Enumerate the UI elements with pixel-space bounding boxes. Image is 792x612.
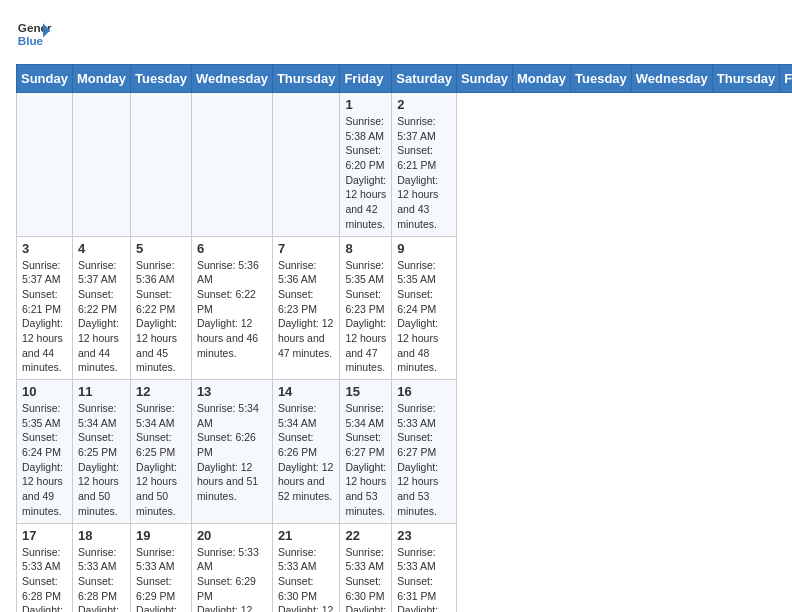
calendar-week-row: 3Sunrise: 5:37 AM Sunset: 6:21 PM Daylig…: [17, 236, 793, 380]
calendar-cell: 2Sunrise: 5:37 AM Sunset: 6:21 PM Daylig…: [392, 93, 457, 237]
day-info: Sunrise: 5:33 AM Sunset: 6:30 PM Dayligh…: [345, 545, 386, 613]
calendar-cell: 9Sunrise: 5:35 AM Sunset: 6:24 PM Daylig…: [392, 236, 457, 380]
day-number: 16: [397, 384, 451, 399]
logo: General Blue: [16, 16, 58, 52]
day-number: 7: [278, 241, 335, 256]
calendar-cell: 5Sunrise: 5:36 AM Sunset: 6:22 PM Daylig…: [131, 236, 192, 380]
day-number: 5: [136, 241, 186, 256]
calendar-cell: 1Sunrise: 5:38 AM Sunset: 6:20 PM Daylig…: [340, 93, 392, 237]
calendar-week-row: 1Sunrise: 5:38 AM Sunset: 6:20 PM Daylig…: [17, 93, 793, 237]
calendar-cell: 21Sunrise: 5:33 AM Sunset: 6:30 PM Dayli…: [272, 523, 340, 612]
calendar-cell: 17Sunrise: 5:33 AM Sunset: 6:28 PM Dayli…: [17, 523, 73, 612]
day-info: Sunrise: 5:36 AM Sunset: 6:23 PM Dayligh…: [278, 258, 335, 361]
day-info: Sunrise: 5:33 AM Sunset: 6:31 PM Dayligh…: [397, 545, 451, 613]
day-number: 18: [78, 528, 125, 543]
day-info: Sunrise: 5:34 AM Sunset: 6:26 PM Dayligh…: [278, 401, 335, 504]
day-number: 17: [22, 528, 67, 543]
day-info: Sunrise: 5:36 AM Sunset: 6:22 PM Dayligh…: [197, 258, 267, 361]
day-info: Sunrise: 5:37 AM Sunset: 6:22 PM Dayligh…: [78, 258, 125, 376]
calendar-cell: [191, 93, 272, 237]
day-number: 12: [136, 384, 186, 399]
calendar-cell: [272, 93, 340, 237]
calendar-header-row: SundayMondayTuesdayWednesdayThursdayFrid…: [17, 65, 793, 93]
day-of-week-header: Saturday: [392, 65, 457, 93]
svg-text:Blue: Blue: [18, 34, 44, 47]
day-number: 1: [345, 97, 386, 112]
day-info: Sunrise: 5:37 AM Sunset: 6:21 PM Dayligh…: [397, 114, 451, 232]
calendar-cell: 12Sunrise: 5:34 AM Sunset: 6:25 PM Dayli…: [131, 380, 192, 524]
day-info: Sunrise: 5:33 AM Sunset: 6:28 PM Dayligh…: [78, 545, 125, 613]
day-info: Sunrise: 5:33 AM Sunset: 6:28 PM Dayligh…: [22, 545, 67, 613]
calendar-cell: 14Sunrise: 5:34 AM Sunset: 6:26 PM Dayli…: [272, 380, 340, 524]
day-of-week-header: Sunday: [17, 65, 73, 93]
calendar-cell: 16Sunrise: 5:33 AM Sunset: 6:27 PM Dayli…: [392, 380, 457, 524]
calendar-cell: 7Sunrise: 5:36 AM Sunset: 6:23 PM Daylig…: [272, 236, 340, 380]
calendar-cell: 13Sunrise: 5:34 AM Sunset: 6:26 PM Dayli…: [191, 380, 272, 524]
weekday-header: Friday: [780, 65, 792, 93]
calendar-cell: [17, 93, 73, 237]
day-info: Sunrise: 5:33 AM Sunset: 6:29 PM Dayligh…: [197, 545, 267, 613]
day-number: 11: [78, 384, 125, 399]
day-number: 8: [345, 241, 386, 256]
weekday-header: Tuesday: [571, 65, 632, 93]
day-info: Sunrise: 5:33 AM Sunset: 6:29 PM Dayligh…: [136, 545, 186, 613]
calendar-cell: 3Sunrise: 5:37 AM Sunset: 6:21 PM Daylig…: [17, 236, 73, 380]
day-of-week-header: Friday: [340, 65, 392, 93]
day-info: Sunrise: 5:34 AM Sunset: 6:26 PM Dayligh…: [197, 401, 267, 504]
day-number: 9: [397, 241, 451, 256]
day-number: 6: [197, 241, 267, 256]
day-info: Sunrise: 5:34 AM Sunset: 6:27 PM Dayligh…: [345, 401, 386, 519]
day-info: Sunrise: 5:36 AM Sunset: 6:22 PM Dayligh…: [136, 258, 186, 376]
day-info: Sunrise: 5:33 AM Sunset: 6:27 PM Dayligh…: [397, 401, 451, 519]
day-number: 19: [136, 528, 186, 543]
page-header: General Blue: [16, 16, 776, 52]
day-info: Sunrise: 5:33 AM Sunset: 6:30 PM Dayligh…: [278, 545, 335, 613]
calendar-week-row: 17Sunrise: 5:33 AM Sunset: 6:28 PM Dayli…: [17, 523, 793, 612]
day-number: 23: [397, 528, 451, 543]
calendar-cell: 11Sunrise: 5:34 AM Sunset: 6:25 PM Dayli…: [72, 380, 130, 524]
day-number: 2: [397, 97, 451, 112]
day-number: 10: [22, 384, 67, 399]
day-info: Sunrise: 5:34 AM Sunset: 6:25 PM Dayligh…: [136, 401, 186, 519]
calendar-cell: 4Sunrise: 5:37 AM Sunset: 6:22 PM Daylig…: [72, 236, 130, 380]
day-of-week-header: Monday: [72, 65, 130, 93]
day-of-week-header: Thursday: [272, 65, 340, 93]
calendar-cell: 22Sunrise: 5:33 AM Sunset: 6:30 PM Dayli…: [340, 523, 392, 612]
weekday-header: Wednesday: [631, 65, 712, 93]
calendar-cell: [131, 93, 192, 237]
logo-icon: General Blue: [16, 16, 52, 52]
calendar-cell: 10Sunrise: 5:35 AM Sunset: 6:24 PM Dayli…: [17, 380, 73, 524]
day-number: 20: [197, 528, 267, 543]
day-number: 14: [278, 384, 335, 399]
day-number: 21: [278, 528, 335, 543]
calendar-cell: [72, 93, 130, 237]
calendar-week-row: 10Sunrise: 5:35 AM Sunset: 6:24 PM Dayli…: [17, 380, 793, 524]
day-info: Sunrise: 5:38 AM Sunset: 6:20 PM Dayligh…: [345, 114, 386, 232]
calendar-cell: 19Sunrise: 5:33 AM Sunset: 6:29 PM Dayli…: [131, 523, 192, 612]
day-number: 3: [22, 241, 67, 256]
calendar-cell: 23Sunrise: 5:33 AM Sunset: 6:31 PM Dayli…: [392, 523, 457, 612]
day-of-week-header: Wednesday: [191, 65, 272, 93]
day-number: 13: [197, 384, 267, 399]
calendar-table: SundayMondayTuesdayWednesdayThursdayFrid…: [16, 64, 792, 612]
day-number: 15: [345, 384, 386, 399]
calendar-cell: 6Sunrise: 5:36 AM Sunset: 6:22 PM Daylig…: [191, 236, 272, 380]
calendar-cell: 20Sunrise: 5:33 AM Sunset: 6:29 PM Dayli…: [191, 523, 272, 612]
weekday-header: Thursday: [712, 65, 780, 93]
day-info: Sunrise: 5:34 AM Sunset: 6:25 PM Dayligh…: [78, 401, 125, 519]
day-number: 4: [78, 241, 125, 256]
day-info: Sunrise: 5:35 AM Sunset: 6:24 PM Dayligh…: [22, 401, 67, 519]
calendar-cell: 15Sunrise: 5:34 AM Sunset: 6:27 PM Dayli…: [340, 380, 392, 524]
day-of-week-header: Tuesday: [131, 65, 192, 93]
day-info: Sunrise: 5:35 AM Sunset: 6:23 PM Dayligh…: [345, 258, 386, 376]
weekday-header: Monday: [512, 65, 570, 93]
calendar-cell: 8Sunrise: 5:35 AM Sunset: 6:23 PM Daylig…: [340, 236, 392, 380]
day-info: Sunrise: 5:35 AM Sunset: 6:24 PM Dayligh…: [397, 258, 451, 376]
weekday-header: Sunday: [456, 65, 512, 93]
day-info: Sunrise: 5:37 AM Sunset: 6:21 PM Dayligh…: [22, 258, 67, 376]
day-number: 22: [345, 528, 386, 543]
calendar-cell: 18Sunrise: 5:33 AM Sunset: 6:28 PM Dayli…: [72, 523, 130, 612]
